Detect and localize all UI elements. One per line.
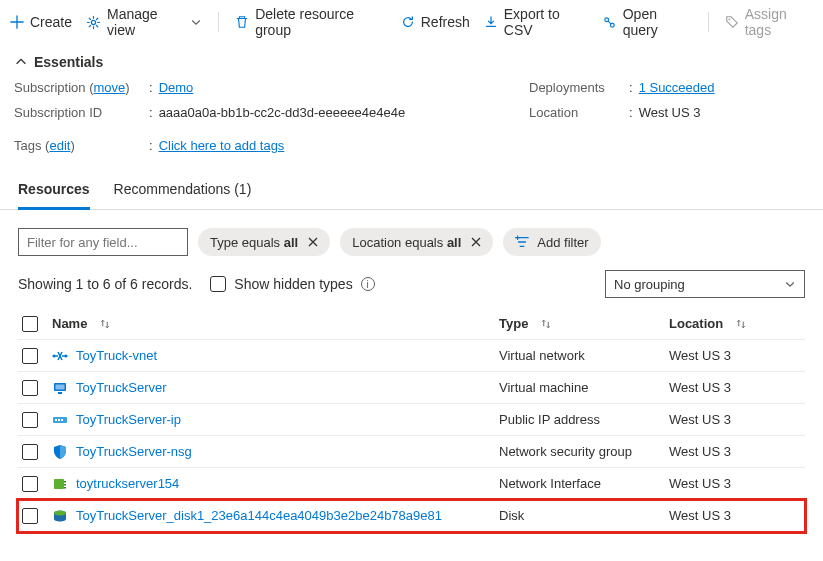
table-row: ToyTruckServer-ipPublic IP addressWest U… [18, 404, 805, 436]
sort-icon [540, 318, 552, 330]
delete-label: Delete resource group [255, 6, 387, 38]
resource-location: West US 3 [669, 348, 731, 363]
query-icon [602, 15, 617, 30]
filter-pill-location[interactable]: Location equals all [340, 228, 493, 256]
resource-type: Network Interface [499, 476, 601, 491]
trash-icon [235, 15, 249, 29]
show-hidden-label: Show hidden types [234, 276, 352, 292]
chevron-down-icon [784, 278, 796, 290]
deployments-label: Deployments [529, 80, 629, 95]
resource-type: Disk [499, 508, 524, 523]
create-label: Create [30, 14, 72, 30]
filter-pill-type[interactable]: Type equals all [198, 228, 330, 256]
row-checkbox[interactable] [22, 508, 38, 524]
chevron-down-icon [190, 16, 202, 28]
vm-icon [52, 380, 68, 396]
show-hidden-checkbox[interactable] [210, 276, 226, 292]
grouping-select[interactable]: No grouping [605, 270, 805, 298]
row-checkbox[interactable] [22, 348, 38, 364]
subscription-id-label: Subscription ID [14, 105, 149, 120]
row-checkbox[interactable] [22, 476, 38, 492]
subscription-label: Subscription (move) [14, 80, 149, 95]
subscription-value[interactable]: Demo [159, 80, 194, 95]
resource-type: Virtual network [499, 348, 585, 363]
svg-point-3 [728, 19, 730, 21]
export-button[interactable]: Export to CSV [484, 6, 588, 38]
add-filter-button[interactable]: Add filter [503, 228, 600, 256]
filter-row: Type equals all Location equals all Add … [0, 210, 823, 266]
nsg-icon [52, 444, 68, 460]
resource-location: West US 3 [669, 444, 731, 459]
resource-location: West US 3 [669, 380, 731, 395]
toolbar: Create Manage view Delete resource group… [0, 0, 823, 44]
resource-name-link[interactable]: ToyTruckServer-ip [76, 412, 181, 427]
location-label: Location [529, 105, 629, 120]
resource-location: West US 3 [669, 508, 731, 523]
essentials-title: Essentials [34, 54, 103, 70]
table-row: ToyTruck-vnetVirtual networkWest US 3 [18, 340, 805, 372]
export-label: Export to CSV [504, 6, 588, 38]
resource-name-link[interactable]: toytruckserver154 [76, 476, 179, 491]
resource-type: Virtual machine [499, 380, 588, 395]
row-checkbox[interactable] [22, 444, 38, 460]
tag-icon [725, 15, 739, 29]
tags-label: Tags (edit) [14, 138, 149, 153]
column-location[interactable]: Location [665, 310, 805, 337]
resource-name-link[interactable]: ToyTruckServer [76, 380, 167, 395]
grouping-value: No grouping [614, 277, 685, 292]
sort-icon [735, 318, 747, 330]
deployments-value[interactable]: 1 Succeeded [639, 80, 715, 95]
tab-recommendations[interactable]: Recommendations (1) [114, 181, 252, 209]
row-checkbox[interactable] [22, 412, 38, 428]
row-checkbox[interactable] [22, 380, 38, 396]
tags-add-link[interactable]: Click here to add tags [159, 138, 285, 153]
create-button[interactable]: Create [10, 14, 72, 30]
ip-icon [52, 412, 68, 428]
refresh-icon [401, 15, 415, 29]
select-all-checkbox[interactable] [22, 316, 38, 332]
plus-icon [10, 15, 24, 29]
resource-type: Public IP address [499, 412, 600, 427]
resource-name-link[interactable]: ToyTruck-vnet [76, 348, 157, 363]
gear-icon [86, 15, 101, 30]
resources-table: Name Type Location ToyTruck-vnetVirtual … [0, 308, 823, 532]
resource-location: West US 3 [669, 412, 731, 427]
status-row: Showing 1 to 6 of 6 records. Show hidden… [0, 266, 823, 308]
svg-point-0 [91, 20, 95, 24]
chevron-up-icon [14, 55, 28, 69]
resource-location: West US 3 [669, 476, 731, 491]
resource-name-link[interactable]: ToyTruckServer-nsg [76, 444, 192, 459]
tabs: Resources Recommendations (1) [0, 167, 823, 210]
table-row: ToyTruckServer-nsgNetwork security group… [18, 436, 805, 468]
records-count: Showing 1 to 6 of 6 records. [18, 276, 192, 292]
close-icon[interactable] [308, 237, 318, 247]
essentials-toggle[interactable]: Essentials [0, 44, 823, 76]
filter-input[interactable] [18, 228, 188, 256]
subscription-move-link[interactable]: move [94, 80, 126, 95]
resource-type: Network security group [499, 444, 632, 459]
tab-resources[interactable]: Resources [18, 181, 90, 210]
open-query-button[interactable]: Open query [602, 6, 692, 38]
resource-name-link[interactable]: ToyTruckServer_disk1_23e6a144c4ea4049b3e… [76, 508, 442, 523]
subscription-id-value: aaaa0a0a-bb1b-cc2c-dd3d-eeeeee4e4e4e [159, 105, 406, 120]
close-icon[interactable] [471, 237, 481, 247]
nic-icon [52, 476, 68, 492]
svg-point-1 [605, 17, 609, 21]
download-icon [484, 15, 498, 29]
table-row: toytruckserver154Network InterfaceWest U… [18, 468, 805, 500]
manage-view-button[interactable]: Manage view [86, 6, 202, 38]
assign-tags-button: Assign tags [725, 6, 813, 38]
refresh-button[interactable]: Refresh [401, 14, 470, 30]
assign-tags-label: Assign tags [745, 6, 813, 38]
column-type[interactable]: Type [495, 310, 665, 337]
table-row: ToyTruckServerVirtual machineWest US 3 [18, 372, 805, 404]
tags-edit-link[interactable]: edit [49, 138, 70, 153]
filter-icon [515, 235, 529, 249]
column-name[interactable]: Name [48, 310, 495, 337]
separator [218, 12, 219, 32]
refresh-label: Refresh [421, 14, 470, 30]
info-icon[interactable]: i [361, 277, 375, 291]
location-value: West US 3 [639, 105, 701, 120]
manage-view-label: Manage view [107, 6, 184, 38]
delete-button[interactable]: Delete resource group [235, 6, 387, 38]
